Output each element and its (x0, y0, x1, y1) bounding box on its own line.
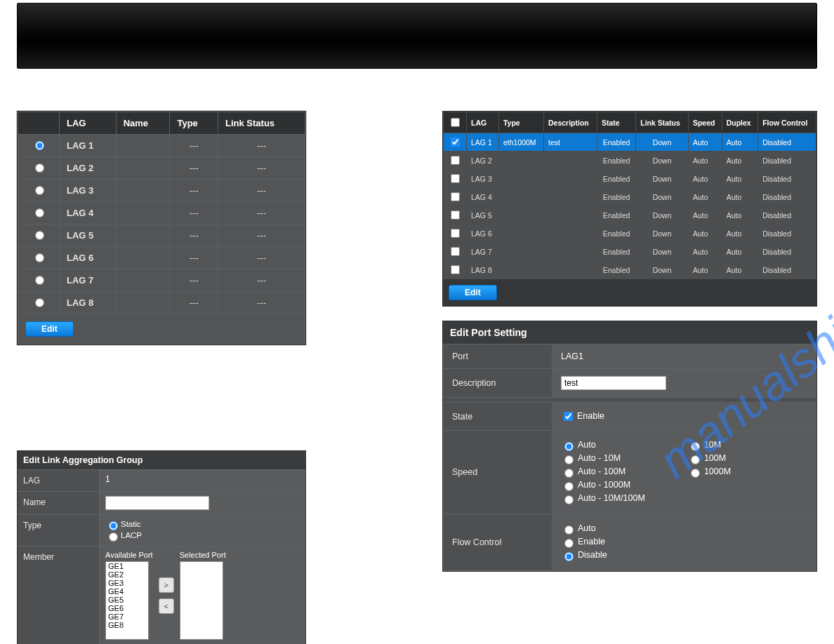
available-port-item[interactable]: GE2 (106, 570, 148, 579)
flow-option[interactable]: Enable (561, 537, 807, 548)
edit-lag-type-static[interactable]: Static (105, 519, 141, 530)
available-port-item[interactable]: GE8 (106, 621, 148, 629)
eps-desc-input[interactable] (561, 376, 666, 390)
enable-label: Enable (577, 411, 604, 421)
edit-lag-member-label: Member (18, 546, 99, 644)
selected-port-header: Selected Port (180, 551, 226, 559)
status-header: LAG (467, 112, 499, 133)
status-row[interactable]: LAG 4EnabledDownAutoAutoDisabled (444, 188, 816, 206)
edit-lag-type-lacp[interactable]: LACP (105, 530, 142, 542)
lag-header (18, 112, 60, 135)
lag-row[interactable]: LAG 2------ (18, 157, 305, 180)
available-port-item[interactable]: GE3 (106, 579, 148, 587)
status-header: Link Status (636, 112, 689, 133)
status-row[interactable]: LAG 7EnabledDownAutoAutoDisabled (444, 243, 816, 261)
speed-option[interactable]: Auto - 10M (561, 453, 645, 464)
speed-option[interactable]: Auto - 10M/100M (561, 493, 645, 504)
available-port-header: Available Port (105, 551, 153, 559)
status-header: Speed (688, 112, 722, 133)
status-row[interactable]: LAG 1eth1000MtestEnabledDownAutoAutoDisa… (444, 133, 816, 152)
status-edit-button[interactable]: Edit (449, 285, 497, 300)
available-port-item[interactable]: GE6 (106, 604, 148, 612)
available-port-item[interactable]: GE5 (106, 596, 148, 604)
eps-state-label: State (444, 403, 552, 431)
lag-row[interactable]: LAG 6------ (18, 247, 305, 269)
status-row-checkbox[interactable] (451, 156, 460, 165)
status-header: Duplex (722, 112, 758, 133)
move-left-button[interactable]: < (159, 598, 174, 614)
lag-row[interactable]: LAG 4------ (18, 202, 305, 224)
lag-row[interactable]: LAG 8------ (18, 292, 305, 314)
lag-status-panel: LAGTypeDescriptionStateLink StatusSpeedD… (442, 111, 817, 307)
available-port-list[interactable]: GE1GE2GE3GE4GE5GE6GE7GE8 (105, 561, 149, 640)
status-row[interactable]: LAG 3EnabledDownAutoAutoDisabled (444, 170, 816, 188)
lacp-label: LACP (121, 531, 142, 539)
speed-option[interactable]: 100M (687, 453, 731, 464)
speed-option[interactable]: Auto - 1000M (561, 480, 645, 491)
top-banner (17, 3, 817, 69)
speed-option[interactable]: 10M (687, 440, 731, 451)
edit-lag-name-input[interactable] (105, 496, 209, 510)
lag-row[interactable]: LAG 1------ (18, 135, 305, 157)
lag-edit-button[interactable]: Edit (25, 321, 74, 337)
lag-row-radio[interactable] (35, 231, 44, 240)
lag-row-radio[interactable] (35, 141, 44, 150)
status-header: Flow Control (758, 112, 816, 133)
status-row-checkbox[interactable] (451, 210, 460, 220)
speed-option[interactable]: Auto (561, 440, 645, 451)
status-row-checkbox[interactable] (451, 174, 460, 183)
edit-lag-type-options: Static LACP (99, 515, 305, 546)
available-port-item[interactable]: GE1 (106, 562, 148, 570)
status-row-checkbox[interactable] (451, 229, 460, 238)
lag-header: Link Status (218, 112, 305, 135)
status-header: Type (498, 112, 543, 133)
lag-row-radio[interactable] (35, 298, 44, 307)
status-header (444, 112, 467, 133)
status-row-checkbox[interactable] (451, 192, 460, 201)
eps-desc-label: Description (444, 369, 552, 398)
status-header: Description (543, 112, 597, 133)
flow-option[interactable]: Disable (561, 550, 807, 561)
lag-header: Name (116, 112, 170, 135)
edit-lag-type-label: Type (18, 515, 99, 546)
lag-status-table: LAGTypeDescriptionStateLink StatusSpeedD… (443, 112, 816, 279)
status-row[interactable]: LAG 5EnabledDownAutoAutoDisabled (444, 206, 816, 224)
move-right-button[interactable]: > (159, 577, 174, 593)
lag-row-radio[interactable] (35, 276, 44, 285)
eps-speed-label: Speed (444, 431, 552, 514)
eps-flow-label: Flow Control (444, 514, 552, 571)
speed-option[interactable]: Auto - 100M (561, 467, 645, 478)
edit-lag-panel: Edit Link Aggregation Group LAG 1 Name T… (17, 450, 306, 644)
status-row-checkbox[interactable] (451, 247, 460, 256)
eps-state-enable[interactable]: Enable (561, 411, 604, 421)
available-port-item[interactable]: GE7 (106, 612, 148, 621)
edit-port-setting-panel: Edit Port Setting Port LAG1 Description … (442, 321, 817, 572)
lag-row-radio[interactable] (35, 163, 44, 173)
edit-lag-lag-label: LAG (18, 470, 99, 491)
lag-table: LAGNameTypeLink Status LAG 1------LAG 2-… (18, 112, 305, 344)
lag-row[interactable]: LAG 7------ (18, 269, 305, 292)
selected-port-list[interactable] (180, 561, 223, 640)
flow-option[interactable]: Auto (561, 523, 807, 535)
static-label: Static (121, 520, 141, 528)
available-port-item[interactable]: GE4 (106, 587, 148, 596)
lag-row-radio[interactable] (35, 208, 44, 217)
lag-row[interactable]: LAG 3------ (18, 180, 305, 202)
edit-lag-title: Edit Link Aggregation Group (18, 451, 305, 469)
lag-row-radio[interactable] (35, 186, 44, 195)
status-row-checkbox[interactable] (451, 265, 460, 274)
lag-header: LAG (60, 112, 117, 135)
edit-port-title: Edit Port Setting (443, 321, 816, 344)
status-row[interactable]: LAG 2EnabledDownAutoAutoDisabled (444, 152, 816, 170)
eps-port-value: LAG1 (552, 344, 816, 369)
status-header-checkbox[interactable] (451, 118, 460, 127)
speed-option[interactable]: 1000M (687, 467, 731, 478)
status-row[interactable]: LAG 6EnabledDownAutoAutoDisabled (444, 224, 816, 243)
lag-row-radio[interactable] (35, 253, 44, 262)
lag-row[interactable]: LAG 5------ (18, 224, 305, 247)
status-header: State (597, 112, 635, 133)
eps-port-label: Port (444, 344, 552, 369)
status-row-checkbox[interactable] (451, 137, 460, 147)
lag-selection-panel: LAGNameTypeLink Status LAG 1------LAG 2-… (17, 111, 306, 345)
status-row[interactable]: LAG 8EnabledDownAutoAutoDisabled (444, 261, 816, 279)
